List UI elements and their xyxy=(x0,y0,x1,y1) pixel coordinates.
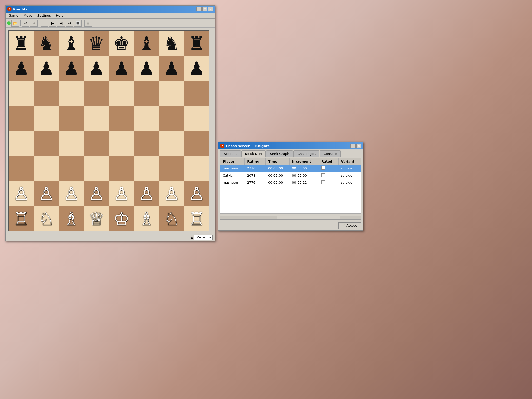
cell-0-1[interactable]: ♞ xyxy=(34,31,59,56)
cell-4-2[interactable] xyxy=(59,131,84,156)
cell-5-4[interactable] xyxy=(109,156,134,181)
cell-3-7[interactable] xyxy=(184,106,209,131)
cell-2-0[interactable] xyxy=(9,81,34,106)
cell-0-5[interactable]: ♝ xyxy=(134,31,159,56)
menu-move[interactable]: Move xyxy=(22,13,34,18)
close-button[interactable]: ✕ xyxy=(208,7,213,11)
rated-checkbox-2[interactable] xyxy=(321,180,325,184)
dialog-maximize-button[interactable]: □ xyxy=(350,144,356,148)
cell-6-3[interactable]: ♙ xyxy=(84,181,109,206)
cell-4-4[interactable] xyxy=(109,131,134,156)
cell-4-3[interactable] xyxy=(84,131,109,156)
cell-3-3[interactable] xyxy=(84,106,109,131)
rated-checkbox-0[interactable] xyxy=(321,166,325,170)
piece-1-1: ♟ xyxy=(38,59,54,78)
cell-4-0[interactable] xyxy=(9,131,34,156)
cell-0-4[interactable]: ♚ xyxy=(109,31,134,56)
cell-5-6[interactable] xyxy=(159,156,184,181)
cell-2-3[interactable] xyxy=(84,81,109,106)
cell-1-0[interactable]: ♟ xyxy=(9,56,34,81)
table-row[interactable]: CatNail207800:03:0000:00:00suicide xyxy=(220,172,361,179)
cell-2-5[interactable] xyxy=(134,81,159,106)
tab-challenges[interactable]: Challenges xyxy=(293,150,319,157)
cell-1-5[interactable]: ♟ xyxy=(134,56,159,81)
cell-6-2[interactable]: ♙ xyxy=(59,181,84,206)
cell-5-2[interactable] xyxy=(59,156,84,181)
tab-account[interactable]: Account xyxy=(220,150,241,157)
cell-4-1[interactable] xyxy=(34,131,59,156)
cell-6-0[interactable]: ♙ xyxy=(9,181,34,206)
cell-0-2[interactable]: ♝ xyxy=(59,31,84,56)
cell-3-1[interactable] xyxy=(34,106,59,131)
cell-7-0[interactable]: ♖ xyxy=(9,206,34,231)
piece-0-5: ♝ xyxy=(138,34,155,52)
cell-3-2[interactable] xyxy=(59,106,84,131)
cell-3-4[interactable] xyxy=(109,106,134,131)
difficulty-select[interactable]: Easy Medium Hard xyxy=(194,235,213,240)
cell-6-6[interactable]: ♙ xyxy=(159,181,184,206)
toolbar-board[interactable]: ⊞ xyxy=(84,20,92,27)
toolbar-redo[interactable]: ↪ xyxy=(30,20,38,27)
cell-0-7[interactable]: ♜ xyxy=(184,31,209,56)
cell-1-1[interactable]: ♟ xyxy=(34,56,59,81)
scrollbar-thumb[interactable] xyxy=(277,216,340,219)
cell-6-1[interactable]: ♙ xyxy=(34,181,59,206)
cell-1-3[interactable]: ♟ xyxy=(84,56,109,81)
cell-5-7[interactable] xyxy=(184,156,209,181)
cell-3-6[interactable] xyxy=(159,106,184,131)
table-wrapper: Player Rating Time Increment Rated Varia… xyxy=(220,158,361,214)
toolbar-pause[interactable]: ⏸ xyxy=(41,20,48,27)
cell-4-7[interactable] xyxy=(184,131,209,156)
cell-6-5[interactable]: ♙ xyxy=(134,181,159,206)
cell-2-2[interactable] xyxy=(59,81,84,106)
cell-2-6[interactable] xyxy=(159,81,184,106)
toolbar-undo[interactable]: ↩ xyxy=(22,20,29,27)
minimize-button[interactable]: _ xyxy=(196,7,202,11)
cell-7-2[interactable]: ♗ xyxy=(59,206,84,231)
cell-3-0[interactable] xyxy=(9,106,34,131)
cell-6-7[interactable]: ♙ xyxy=(184,181,209,206)
cell-0-6[interactable]: ♞ xyxy=(159,31,184,56)
menu-help[interactable]: Help xyxy=(54,13,66,18)
rated-checkbox-1[interactable] xyxy=(321,173,325,177)
cell-1-7[interactable]: ♟ xyxy=(184,56,209,81)
cell-5-3[interactable] xyxy=(84,156,109,181)
cell-4-6[interactable] xyxy=(159,131,184,156)
cell-0-3[interactable]: ♛ xyxy=(84,31,109,56)
cell-0-0[interactable]: ♜ xyxy=(9,31,34,56)
cell-7-7[interactable]: ♖ xyxy=(184,206,209,231)
cell-6-4[interactable]: ♙ xyxy=(109,181,134,206)
cell-7-1[interactable]: ♘ xyxy=(34,206,59,231)
cell-7-6[interactable]: ♘ xyxy=(159,206,184,231)
cell-7-4[interactable]: ♔ xyxy=(109,206,134,231)
cell-7-3[interactable]: ♕ xyxy=(84,206,109,231)
maximize-button[interactable]: □ xyxy=(202,7,207,11)
cell-1-2[interactable]: ♟ xyxy=(59,56,84,81)
cell-5-0[interactable] xyxy=(9,156,34,181)
table-row[interactable]: masheen277600:02:0000:00:12suicide xyxy=(220,179,361,186)
toolbar-play-back[interactable]: ◀ xyxy=(57,20,65,27)
accept-button[interactable]: ✓ Accept xyxy=(338,222,361,229)
cell-4-5[interactable] xyxy=(134,131,159,156)
tab-seek-list[interactable]: Seek List xyxy=(241,150,266,157)
cell-7-5[interactable]: ♗ xyxy=(134,206,159,231)
menu-settings[interactable]: Settings xyxy=(35,13,53,18)
cell-2-1[interactable] xyxy=(34,81,59,106)
cell-3-5[interactable] xyxy=(134,106,159,131)
tab-console[interactable]: Console xyxy=(320,150,341,157)
dialog-close-button[interactable]: ✕ xyxy=(356,144,361,148)
cell-2-4[interactable] xyxy=(109,81,134,106)
horizontal-scrollbar[interactable] xyxy=(220,216,361,220)
toolbar-record[interactable]: ⏮ xyxy=(66,20,73,27)
table-row[interactable]: masheen277600:05:0000:00:00suicide xyxy=(220,165,361,172)
toolbar-zoom[interactable]: 🔳 xyxy=(74,20,82,27)
tab-seek-graph[interactable]: Seek Graph xyxy=(266,150,293,157)
menu-game[interactable]: Game xyxy=(7,13,21,18)
toolbar-play-forward[interactable]: ▶ xyxy=(49,20,56,27)
cell-2-7[interactable] xyxy=(184,81,209,106)
cell-1-4[interactable]: ♟ xyxy=(109,56,134,81)
cell-5-5[interactable] xyxy=(134,156,159,181)
cell-1-6[interactable]: ♟ xyxy=(159,56,184,81)
cell-5-1[interactable] xyxy=(34,156,59,181)
toolbar-open[interactable]: 📂 xyxy=(11,20,19,27)
